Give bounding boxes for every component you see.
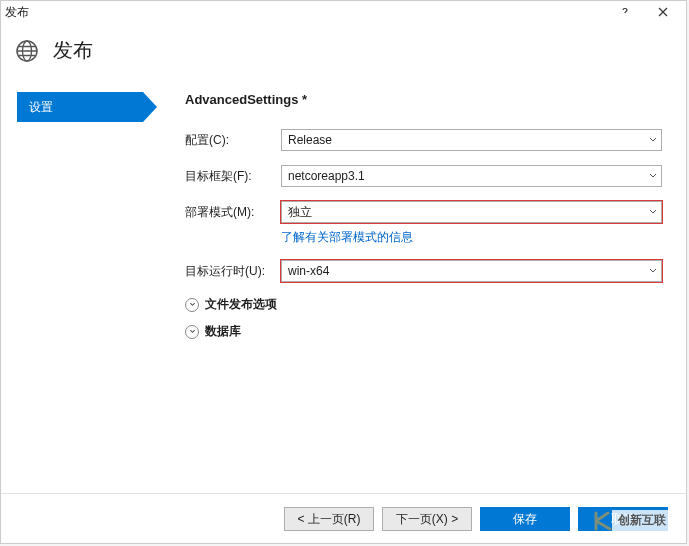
chevron-down-icon bbox=[649, 267, 657, 275]
framework-label: 目标框架(F): bbox=[185, 168, 281, 185]
config-value: Release bbox=[288, 133, 332, 147]
row-framework: 目标框架(F): netcoreapp3.1 bbox=[185, 165, 662, 187]
deploy-value: 独立 bbox=[288, 204, 312, 221]
row-deploy: 部署模式(M): 独立 bbox=[185, 201, 662, 223]
runtime-combo[interactable]: win-x64 bbox=[281, 260, 662, 282]
main-panel: AdvancedSettings * 配置(C): Release 目标框架(F… bbox=[151, 92, 686, 493]
chevron-down-icon bbox=[649, 172, 657, 180]
deploy-link-line: 了解有关部署模式的信息 bbox=[281, 229, 662, 246]
help-button[interactable] bbox=[606, 1, 644, 23]
close-icon bbox=[657, 6, 669, 18]
row-runtime: 目标运行时(U): win-x64 bbox=[185, 260, 662, 282]
deploy-label: 部署模式(M): bbox=[185, 204, 281, 221]
header-title: 发布 bbox=[53, 37, 93, 64]
sidebar: 设置 bbox=[1, 92, 151, 493]
framework-combo[interactable]: netcoreapp3.1 bbox=[281, 165, 662, 187]
help-icon bbox=[619, 6, 631, 18]
framework-value: netcoreapp3.1 bbox=[288, 169, 365, 183]
cancel-button[interactable]: 取消 bbox=[578, 507, 668, 531]
tab-settings[interactable]: 设置 bbox=[17, 92, 143, 122]
runtime-label: 目标运行时(U): bbox=[185, 263, 281, 280]
chevron-down-icon bbox=[185, 325, 199, 339]
runtime-value: win-x64 bbox=[288, 264, 329, 278]
header: 发布 bbox=[1, 23, 686, 72]
chevron-down-icon bbox=[185, 298, 199, 312]
prev-button[interactable]: < 上一页(R) bbox=[284, 507, 374, 531]
expander-filepub-label: 文件发布选项 bbox=[205, 296, 277, 313]
publish-dialog: 发布 发布 设置 AdvancedSettings * 配置(C): Rel bbox=[0, 0, 687, 544]
next-button[interactable]: 下一页(X) > bbox=[382, 507, 472, 531]
tab-label: 设置 bbox=[29, 100, 53, 114]
deploy-combo[interactable]: 独立 bbox=[281, 201, 662, 223]
expander-file-publish[interactable]: 文件发布选项 bbox=[185, 296, 662, 313]
row-config: 配置(C): Release bbox=[185, 129, 662, 151]
chevron-down-icon bbox=[649, 136, 657, 144]
chevron-down-icon bbox=[649, 208, 657, 216]
body: 设置 AdvancedSettings * 配置(C): Release 目标框… bbox=[1, 72, 686, 493]
save-button[interactable]: 保存 bbox=[480, 507, 570, 531]
section-title: AdvancedSettings * bbox=[185, 92, 662, 107]
globe-icon bbox=[15, 39, 39, 63]
deploy-info-link[interactable]: 了解有关部署模式的信息 bbox=[281, 230, 413, 244]
expander-database[interactable]: 数据库 bbox=[185, 323, 662, 340]
close-button[interactable] bbox=[644, 1, 682, 23]
config-label: 配置(C): bbox=[185, 132, 281, 149]
config-combo[interactable]: Release bbox=[281, 129, 662, 151]
expander-db-label: 数据库 bbox=[205, 323, 241, 340]
titlebar: 发布 bbox=[1, 1, 686, 23]
footer: < 上一页(R) 下一页(X) > 保存 取消 创新互联 bbox=[1, 493, 686, 543]
window-title: 发布 bbox=[5, 4, 606, 21]
